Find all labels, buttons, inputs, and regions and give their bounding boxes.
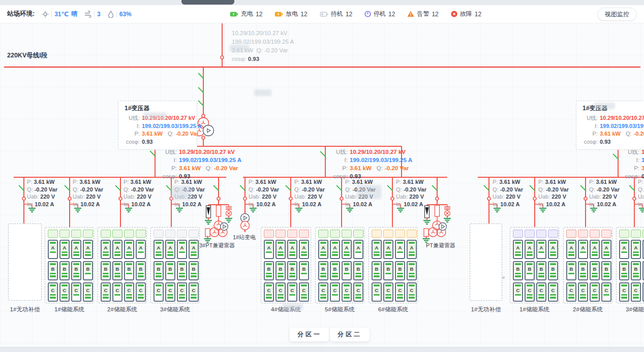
storage-system-label: 3#储能系统 [144, 306, 206, 313]
uab-row: Uab: 220 V [174, 193, 205, 201]
status-badge-charging[interactable]: 充电12 [230, 10, 262, 18]
storage-system-box[interactable]: ABCABCABCABC [150, 227, 200, 303]
ia-row: Ia: 10.02 A [538, 201, 569, 208]
hv-bus-label: 220KV母线I段 [7, 51, 47, 60]
view-monitor-button[interactable]: 视图监控 [597, 8, 637, 21]
uab-row: Uab: 220 V [124, 193, 154, 201]
charge-bar [385, 263, 391, 265]
battery-cluster-icon: C [578, 282, 588, 302]
charge-bar [603, 294, 609, 296]
charge-bar [568, 284, 574, 286]
battery-cluster-icon: B [566, 261, 576, 280]
battery-cluster-letter: B [300, 266, 308, 272]
storage-system-box[interactable]: ABCABCABCABC [315, 227, 364, 303]
capacitor-bank-box[interactable] [8, 223, 42, 301]
battery-cluster-icon: A [631, 240, 641, 259]
battery-cluster-letter: A [155, 245, 162, 250]
battery-cluster-icon: A [48, 240, 58, 259]
badge-count: 12 [256, 11, 262, 18]
battery-cluster-letter: A [385, 245, 392, 250]
partition-button-2[interactable]: 分区二 [330, 328, 370, 341]
partition-button-1[interactable]: 分区一 [290, 328, 329, 341]
badge-count: 12 [432, 11, 438, 18]
charge-bar [603, 273, 609, 275]
battery-cluster-icon: A [383, 240, 393, 259]
converter-status-cell [154, 230, 164, 238]
battery-column: ABC [101, 230, 111, 302]
p-row: P: 3.61 kW [638, 178, 644, 186]
temperature-value: 31℃ [54, 11, 69, 18]
charge-bar [633, 251, 639, 253]
battery-cluster-icon: C [83, 282, 93, 302]
storage-system-box[interactable]: ABCABCABCABC [261, 227, 311, 303]
battery-cluster-icon: A [578, 240, 588, 259]
battery-cluster-letter: A [331, 245, 339, 250]
charge-bar [568, 263, 574, 265]
charge-bar [85, 284, 91, 286]
battery-cluster-icon: C [136, 282, 146, 302]
battery-cluster-letter: C [396, 287, 404, 293]
capacitor-bank-box[interactable] [470, 223, 502, 301]
battery-cluster-icon: B [275, 261, 286, 280]
branch-measurement: P: 3.61 kWQ: -0.20 VarUab: 220 VIa: 10.0… [124, 178, 154, 208]
battery-cluster-icon: C [383, 282, 393, 302]
cos-row: cosφ:0.93 [121, 138, 192, 146]
charge-bar [320, 297, 326, 299]
charge-bar [62, 242, 68, 244]
charge-bar [603, 275, 609, 277]
charge-bar [179, 251, 185, 253]
charge-bar [633, 275, 639, 277]
branch-measurement: P: 3.61 kWQ: -0.20 VarUab: 220 VIa: 10.0… [538, 178, 569, 208]
battery-cluster-icon: B [601, 261, 611, 280]
battery-cluster-icon: B [136, 261, 146, 280]
charge-bar [550, 251, 556, 253]
battery-cluster-letter: B [73, 266, 80, 272]
battery-cluster-letter: A [343, 245, 350, 250]
charge-bar [320, 275, 326, 277]
charge-bar [266, 251, 272, 253]
charge-bar [62, 294, 68, 296]
charge-bar [73, 294, 79, 296]
battery-cluster-icon: B [264, 261, 274, 280]
uab-row: Uab: 220 V [589, 193, 620, 201]
charge-bar [62, 275, 68, 277]
battery-cluster-letter: C [155, 287, 162, 293]
storage-system-box[interactable]: ABCABCABCABC [45, 227, 94, 303]
divider [94, 11, 95, 17]
status-badge-alarm[interactable]: 告警12 [407, 10, 438, 18]
storage-system-box[interactable]: ABCABCABCABC [563, 227, 612, 303]
storage-system-box[interactable]: ABCABCABCABC [369, 227, 418, 303]
status-badge-standby[interactable]: 待机12 [320, 10, 352, 18]
storage-system-box[interactable]: ABCABCABCABC [616, 227, 644, 303]
charge-bar [62, 297, 68, 299]
status-badge-shutdown[interactable]: 停机12 [364, 10, 395, 18]
charge-bar [103, 242, 109, 244]
charge-bar [385, 254, 391, 256]
charge-bar [580, 242, 586, 244]
status-badge-discharging[interactable]: 放电12 [274, 10, 307, 18]
converter-status-cell [513, 230, 523, 238]
converter-status-cell [330, 230, 340, 238]
station-transformer-label: 1#站变电 [233, 234, 256, 241]
battery-column: ABC [619, 230, 629, 302]
branch-measurement: P: 3.61 kWQ: -0.20 VarUab: 220 VIa: 10.0… [73, 178, 103, 208]
battery-cluster-letter: A [514, 245, 522, 250]
battery-cluster-letter: A [61, 245, 68, 250]
battery-cluster-icon: A [71, 240, 81, 259]
battery-cluster-letter: A [549, 245, 557, 250]
uab-row: Uab: 220 V [249, 193, 279, 201]
battery-column: ABC [71, 230, 81, 302]
battery-cluster-letter: C [137, 287, 144, 293]
p-row: P: 3.61 kW [538, 178, 569, 186]
branch-measurement: P: 3.61 kWQ: -0.20 VarUab: 220 VIa: 10.0… [345, 178, 376, 208]
storage-system-box[interactable]: ABCABCABCABC [510, 227, 559, 303]
battery-cluster-icon: B [112, 261, 122, 280]
battery-cluster-letter: C [265, 287, 272, 293]
charge-bar [592, 275, 598, 277]
status-badge-fault[interactable]: 故障12 [451, 10, 481, 18]
charge-bar [592, 297, 598, 299]
battery-cluster-icon: B [83, 261, 93, 280]
charge-bar [538, 294, 544, 296]
transformer-title: 1#变压器 [582, 104, 644, 113]
storage-system-box[interactable]: ABCABCABCABC [98, 227, 147, 303]
